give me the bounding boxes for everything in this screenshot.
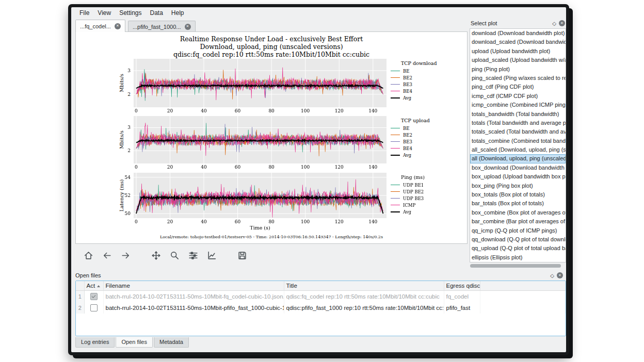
tab-pfifo-fast[interactable]: ...pfifo_fast_1000... bbox=[128, 21, 196, 32]
legend-swatch bbox=[391, 71, 400, 71]
legend: Ping (ms)UDP BE1UDP BE2UDP BE3ICMPAvg bbox=[391, 174, 466, 215]
menu-file[interactable]: File bbox=[75, 8, 93, 18]
plot-list-item[interactable]: totals_combine (Combined total bandwidth… bbox=[470, 137, 566, 145]
filler-cell bbox=[480, 302, 566, 314]
plot-list-item[interactable]: box_totals (Box plot of totals) bbox=[470, 190, 566, 199]
home-button[interactable] bbox=[82, 249, 95, 262]
plot-list-item[interactable]: upload_scaled (Upload bandwidth w/axes s… bbox=[470, 56, 566, 64]
legend-swatch bbox=[391, 148, 400, 149]
plot-list-item[interactable]: ellipsis (Ellipsis plot) bbox=[470, 253, 566, 262]
legend-swatch bbox=[391, 155, 400, 156]
legend-label: Avg bbox=[403, 209, 411, 215]
plot-list-item[interactable]: all_scaled (Download, upload, ping (scal… bbox=[470, 145, 566, 154]
plot-list-item[interactable]: upload (Upload bandwidth plot) bbox=[470, 47, 566, 56]
column-header-title[interactable]: Title bbox=[284, 281, 444, 291]
float-panel-icon[interactable] bbox=[552, 21, 556, 26]
x-tick-label: 140 bbox=[367, 108, 379, 113]
x-tick-label: 100 bbox=[299, 219, 312, 224]
plot-list-item[interactable]: download (Download bandwidth plot) bbox=[470, 29, 566, 38]
tab-fq-codel[interactable]: ...fq_codel... bbox=[75, 20, 125, 32]
open-files-table-container: ActFilenameTitleEgress qdisc 1batch-rrul… bbox=[75, 281, 566, 336]
subplot-2: Mbits/s23020406080100120140TCP uploadBEB… bbox=[76, 116, 467, 163]
close-dock-icon[interactable] bbox=[557, 272, 563, 278]
legend-swatch bbox=[391, 211, 400, 212]
open-file-row[interactable]: 1batch-rrul-2014-10-02T153111-50ms-10Mbi… bbox=[76, 291, 566, 303]
active-checkbox[interactable] bbox=[90, 293, 98, 300]
tab-close-icon[interactable] bbox=[115, 23, 121, 29]
legend-title: Ping (ms) bbox=[401, 174, 466, 180]
legend: TCP uploadBEBE2BE3BE4Avg bbox=[391, 118, 466, 158]
zoom-magnifier-icon bbox=[170, 251, 180, 260]
column-header-filename[interactable]: Filename bbox=[103, 281, 284, 291]
legend-label: BE3 bbox=[403, 82, 412, 87]
tab-open-files[interactable]: Open files bbox=[116, 337, 153, 348]
y-tick-label: 52 bbox=[116, 193, 131, 198]
menu-data[interactable]: Data bbox=[146, 8, 167, 18]
legend-entry: BE3 bbox=[391, 138, 466, 145]
plot-list-item[interactable]: totals_scaled (Total bandwidth and avera… bbox=[470, 127, 566, 136]
tab-metadata[interactable]: Metadata bbox=[154, 337, 189, 348]
zoom-button[interactable] bbox=[168, 249, 182, 262]
scrollbar-thumb[interactable] bbox=[470, 264, 561, 268]
y-tick-label: 3 bbox=[116, 125, 131, 130]
subplot-canvas[interactable] bbox=[134, 59, 387, 107]
legend-entry: Avg bbox=[391, 152, 466, 158]
plot-list-item[interactable]: icmp_combine (Combined ICMP ping plot) bbox=[470, 101, 566, 109]
subplot-canvas[interactable] bbox=[134, 116, 387, 163]
horizontal-scrollbar[interactable] bbox=[470, 264, 566, 268]
plot-area: Realtime Response Under Load - exclusive… bbox=[75, 31, 468, 244]
plot-list-item[interactable]: ping_scaled (Ping w/axes scaled to remov… bbox=[470, 74, 566, 83]
y-tick-label: 50 bbox=[116, 211, 131, 216]
menu-settings[interactable]: Settings bbox=[115, 8, 146, 18]
column-header-egress-qdisc[interactable]: Egress qdisc bbox=[444, 281, 480, 291]
save-button[interactable] bbox=[235, 249, 249, 262]
x-tick-label: 120 bbox=[333, 108, 345, 113]
back-button[interactable] bbox=[100, 249, 114, 262]
row-number: 1 bbox=[76, 291, 84, 303]
plot-list-item[interactable]: qq_icmp (Q-Q plot of ICMP pings) bbox=[470, 226, 566, 235]
x-axis-label: Time (s) bbox=[134, 225, 387, 231]
subplot-canvas[interactable] bbox=[134, 173, 387, 218]
menu-view[interactable]: View bbox=[93, 8, 115, 18]
plot-list-item[interactable]: icmp_cdf (ICMP CDF plot) bbox=[470, 92, 566, 101]
legend-swatch bbox=[391, 141, 400, 142]
active-checkbox[interactable] bbox=[90, 304, 98, 311]
legend-entry: UDP BE1 bbox=[391, 182, 466, 188]
customize-plot-button[interactable] bbox=[205, 249, 219, 262]
plot-list-item[interactable]: box_download (Download bandwidth box plo… bbox=[470, 163, 566, 172]
plot-list-item[interactable]: box_upload (Upload bandwidth box plot) bbox=[470, 172, 566, 181]
bottom-tab-bar: Log entries Open files Metadata bbox=[75, 337, 189, 348]
menu-help[interactable]: Help bbox=[167, 8, 188, 18]
forward-button[interactable] bbox=[119, 249, 133, 262]
legend-label: BE3 bbox=[403, 139, 412, 144]
legend-entry: BE bbox=[391, 68, 466, 74]
plot-list-item[interactable]: download_scaled (Download bandwidth w/ax… bbox=[470, 38, 566, 46]
cell-filename: batch-rrul-2014-10-02T153111-50ms-10Mbit… bbox=[103, 302, 284, 314]
close-panel-icon[interactable] bbox=[559, 20, 565, 26]
float-dock-icon[interactable] bbox=[550, 273, 554, 278]
plot-list-item[interactable]: box_ping (Ping box plot) bbox=[470, 182, 566, 190]
figure-footer: Local/remote: tohojo-testbed-01/testserv… bbox=[76, 235, 467, 239]
x-tick-label: 80 bbox=[265, 108, 278, 113]
y-tick-label: 2 bbox=[116, 148, 131, 153]
plot-list-item[interactable]: bar_combine (Bar plot of averages of sev… bbox=[470, 217, 566, 226]
plot-list-item[interactable]: box_combine (Box plot of averages of sev… bbox=[470, 208, 566, 217]
x-tick-label: 20 bbox=[164, 164, 176, 170]
plot-list-item[interactable]: ping_cdf (Ping CDF plot) bbox=[470, 83, 566, 91]
plot-list-item[interactable]: bar_totals (Box plot of totals) bbox=[470, 199, 566, 208]
plot-list-item[interactable]: ping (Ping plot) bbox=[470, 65, 566, 74]
plot-list-item[interactable]: totals_bandwidth (Total bandwidth) bbox=[470, 110, 566, 119]
tab-log-entries[interactable]: Log entries bbox=[75, 337, 115, 348]
y-axis-label: Mbits/s bbox=[119, 130, 124, 149]
plot-list-item[interactable]: totals (Total bandwidth and average ping… bbox=[470, 119, 566, 127]
plot-list-item[interactable]: qq_upload (Q-Q plot of total upload band… bbox=[470, 244, 566, 253]
plot-list-item[interactable]: qq_download (Q-Q plot of total download … bbox=[470, 235, 566, 244]
plot-list-item[interactable]: all (Download, upload, ping (unscaled ve… bbox=[470, 154, 566, 163]
tab-close-icon[interactable] bbox=[185, 24, 191, 30]
column-header-act[interactable]: Act bbox=[84, 281, 103, 291]
cell-title: qdisc:fq_codel rep:10 rtt:50ms rate:10Mb… bbox=[284, 291, 444, 303]
cell-qdisc: fq_codel bbox=[444, 291, 480, 303]
pan-button[interactable] bbox=[149, 249, 163, 262]
configure-subplots-button[interactable] bbox=[186, 249, 200, 262]
open-file-row[interactable]: 2batch-rrul-2014-10-02T153111-50ms-10Mbi… bbox=[76, 302, 566, 314]
